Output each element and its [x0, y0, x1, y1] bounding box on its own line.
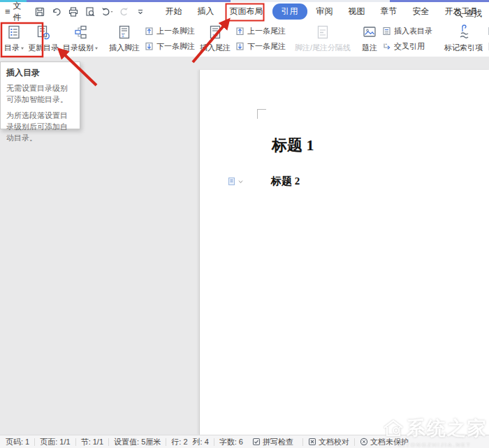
tab-home[interactable]: 开始 [158, 3, 190, 20]
protection-status[interactable]: 文档未保护 [360, 437, 409, 447]
prev-footnote-label: 上一条脚注 [156, 26, 195, 36]
next-endnote-button[interactable]: 下一条尾注 [235, 41, 286, 52]
quick-access-toolbar [33, 5, 148, 19]
update-toc-button[interactable]: 更新目录 [26, 21, 61, 57]
redo-button[interactable] [117, 5, 131, 19]
protection-label: 文档未保护 [370, 437, 409, 447]
toc-button[interactable]: 目录▾ [2, 21, 26, 57]
hamburger-icon: ≡ [5, 6, 10, 17]
next-footnote-label: 下一条脚注 [156, 41, 195, 52]
footnote-separator-button: 脚注/尾注分隔线 [293, 21, 353, 57]
status-separator [214, 438, 214, 446]
spell-check-toggle[interactable]: 拼写检查 [252, 437, 293, 447]
file-menu-button[interactable]: ≡ 文件 [0, 0, 27, 24]
status-page-number: 页码: 1 [6, 437, 29, 447]
mark-index-entry-icon [456, 24, 472, 41]
insert-footnote-label: 插入脚注 [109, 43, 140, 53]
status-separator [302, 438, 303, 446]
toc-level-button[interactable]: 目录级别▾ [61, 21, 100, 57]
insert-table-of-figures-label: 插入表目录 [394, 26, 432, 36]
status-bar: 页码: 1 页面: 1/1 节: 1/1 设置值: 5厘米 行: 2 列: 4 … [0, 435, 489, 448]
next-footnote-button[interactable]: 下一条脚注 [145, 41, 195, 52]
outline-level-icon [228, 177, 236, 186]
document-heading-1: 标题 1 [272, 135, 314, 156]
status-separator [166, 438, 166, 446]
tab-special-apps[interactable]: 特色应用 [486, 3, 489, 20]
spell-check-icon [252, 438, 261, 446]
dropdown-arrow-icon: ▾ [21, 45, 24, 50]
tab-review[interactable]: 审阅 [309, 3, 341, 20]
proofing-toggle[interactable]: 文档校对 [308, 437, 349, 447]
insert-endnote-label: 插入尾注 [200, 43, 231, 53]
ribbon-references: 目录▾ 更新目录 目录级别▾ [0, 21, 489, 57]
insert-footnote-button[interactable]: 1 插入脚注 [107, 21, 142, 57]
tooltip-line1: 无需设置目录级别可添加智能目录。 [6, 83, 74, 106]
menu-bar: ≡ 文件 [0, 2, 489, 21]
svg-text:1: 1 [122, 33, 124, 38]
svg-text:1: 1 [212, 34, 215, 38]
status-separator [34, 438, 35, 446]
document-heading-2: 标题 2 [271, 175, 300, 188]
cross-reference-button[interactable]: ❝ 交叉引用 [382, 41, 432, 52]
prev-footnote-icon [145, 27, 154, 36]
undo-button[interactable] [100, 5, 115, 19]
tab-section[interactable]: 章节 [373, 3, 405, 20]
caption-button[interactable]: 题注 [360, 21, 379, 57]
print-preview-button[interactable] [83, 5, 98, 19]
print-icon [68, 6, 79, 17]
tab-view[interactable]: 视图 [341, 3, 373, 20]
insert-toc-tooltip-panel: 插入目录 无需设置目录级别可添加智能目录。 为所选段落设置目录级别后可添加自动目… [0, 62, 80, 129]
undo-icon [101, 6, 114, 17]
insert-table-of-figures-button[interactable]: 插入表目录 [382, 26, 432, 36]
caption-icon [362, 24, 377, 41]
status-word-count[interactable]: 字数: 6 [219, 437, 243, 447]
toc-level-icon [73, 24, 88, 41]
next-footnote-icon [145, 42, 154, 51]
caption-label: 题注 [362, 43, 377, 53]
footnote-nav-stack: 上一条脚注 下一条脚注 [142, 21, 198, 57]
ribbon-tabs: 开始 插入 页面布局 引用 审阅 视图 章节 安全 开发工具 特色应用 [158, 3, 489, 20]
tab-page-layout[interactable]: 页面布局 [222, 3, 271, 20]
insert-table-of-figures-icon [382, 27, 391, 36]
endnote-nav-stack: 上一条尾注 下一条尾注 [233, 21, 289, 57]
tooltip-title: 插入目录 [6, 67, 74, 79]
export-button[interactable] [50, 5, 64, 19]
mark-index-entry-button[interactable]: 标记索引项 [442, 21, 485, 57]
tab-insert[interactable]: 插入 [190, 3, 222, 20]
chevron-down-icon [136, 8, 145, 16]
tab-references[interactable]: 引用 [272, 3, 307, 20]
document-page[interactable]: 标题 1 标题 2 [199, 70, 489, 435]
tab-security[interactable]: 安全 [405, 3, 437, 20]
insert-footnote-icon: 1 [117, 24, 132, 41]
outline-level-button[interactable] [228, 177, 243, 186]
dropdown-arrow-icon: ▾ [95, 45, 98, 50]
status-separator [75, 438, 76, 446]
find-label: 查找 [465, 8, 482, 20]
prev-footnote-button[interactable]: 上一条脚注 [145, 26, 195, 36]
toc-label: 目录 [4, 43, 20, 53]
toc-level-label: 目录级别 [63, 43, 94, 53]
spell-check-label: 拼写检查 [263, 437, 293, 447]
prev-endnote-icon [235, 27, 245, 36]
print-button[interactable] [66, 5, 81, 19]
update-toc-label: 更新目录 [28, 43, 59, 53]
next-endnote-icon [235, 42, 245, 51]
customize-toolbar-button[interactable] [133, 5, 148, 19]
footnote-separator-icon [315, 24, 330, 41]
update-toc-icon [36, 24, 51, 41]
dropdown-arrow-icon [238, 180, 243, 184]
toc-icon [6, 24, 22, 41]
status-column: 列: 4 [193, 437, 209, 447]
document-unprotected-icon [360, 438, 368, 446]
save-icon [34, 6, 45, 17]
status-section: 节: 1/1 [81, 437, 103, 447]
find-button[interactable]: 查找 [454, 8, 482, 20]
insert-endnote-button[interactable]: 1 插入尾注 [198, 21, 233, 57]
cross-reference-icon: ❝ [382, 42, 391, 51]
cross-reference-label: 交叉引用 [394, 41, 425, 52]
prev-endnote-button[interactable]: 上一条尾注 [235, 26, 286, 36]
save-button[interactable] [33, 5, 48, 19]
index-stack: 插入索引 更新索引 [485, 21, 489, 57]
status-setting-value: 设置值: 5厘米 [114, 437, 161, 447]
document-proofing-icon [308, 438, 316, 446]
